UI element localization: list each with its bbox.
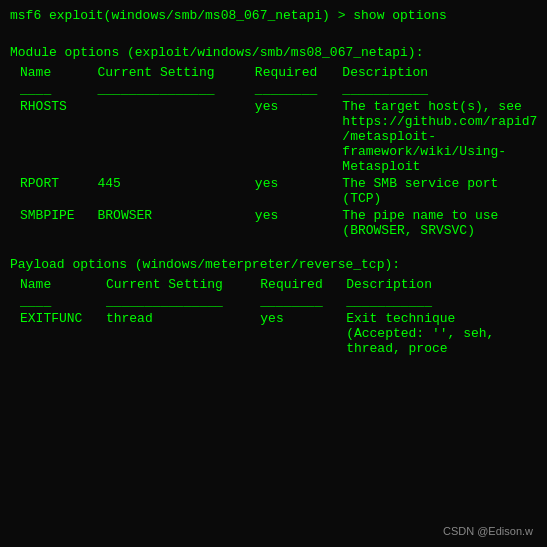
module-table-separator: ____ _______________ ________ __________…: [20, 81, 547, 98]
watermark: CSDN @Edison.w: [443, 525, 533, 537]
module-table-header: Name Current Setting Required Descriptio…: [20, 64, 547, 81]
terminal: msf6 exploit(windows/smb/ms08_067_netapi…: [10, 8, 537, 539]
module-options-table: Name Current Setting Required Descriptio…: [20, 64, 547, 239]
module-row-current: [98, 98, 255, 175]
pcol-name-header: Name: [20, 276, 106, 293]
payload-section-title: Payload options (windows/meterpreter/rev…: [10, 257, 537, 272]
sep-desc: ___________: [342, 81, 547, 98]
module-table-row: RHOSTSyesThe target host(s), see https:/…: [20, 98, 547, 175]
payload-row-current: thread: [106, 310, 260, 357]
payload-row-name: EXITFUNC: [20, 310, 106, 357]
module-section-title: Module options (exploit/windows/smb/ms08…: [10, 45, 537, 60]
module-table-row: SMBPIPEBROWSERyesThe pipe name to use (B…: [20, 207, 547, 239]
module-row-name: RPORT: [20, 175, 98, 207]
module-row-current: BROWSER: [98, 207, 255, 239]
pcol-desc-header: Description: [346, 276, 547, 293]
col-setting-header: Current Setting: [98, 64, 255, 81]
col-name-header: Name: [20, 64, 98, 81]
payload-table-row: EXITFUNCthreadyesExit technique (Accepte…: [20, 310, 547, 357]
module-row-required: yes: [255, 98, 343, 175]
col-desc-header: Description: [342, 64, 547, 81]
payload-options-table: Name Current Setting Required Descriptio…: [20, 276, 547, 357]
psep-setting: _______________: [106, 293, 260, 310]
psep-name: ____: [20, 293, 106, 310]
col-required-header: Required: [255, 64, 343, 81]
payload-row-required: yes: [260, 310, 346, 357]
sep-setting: _______________: [98, 81, 255, 98]
prompt-line: msf6 exploit(windows/smb/ms08_067_netapi…: [10, 8, 537, 23]
module-row-description: The target host(s), see https://github.c…: [342, 98, 547, 175]
payload-table-header: Name Current Setting Required Descriptio…: [20, 276, 547, 293]
psep-desc: ___________: [346, 293, 547, 310]
module-row-description: The pipe name to use (BROWSER, SRVSVC): [342, 207, 547, 239]
module-row-required: yes: [255, 207, 343, 239]
msf-prompt: msf6 exploit(windows/smb/ms08_067_netapi…: [10, 8, 447, 23]
pcol-setting-header: Current Setting: [106, 276, 260, 293]
psep-required: ________: [260, 293, 346, 310]
module-row-current: 445: [98, 175, 255, 207]
module-row-name: SMBPIPE: [20, 207, 98, 239]
sep-name: ____: [20, 81, 98, 98]
payload-table-separator: ____ _______________ ________ __________…: [20, 293, 547, 310]
module-table-row: RPORT445yesThe SMB service port (TCP): [20, 175, 547, 207]
module-row-required: yes: [255, 175, 343, 207]
payload-row-description: Exit technique (Accepted: '', seh, threa…: [346, 310, 547, 357]
module-row-description: The SMB service port (TCP): [342, 175, 547, 207]
module-row-name: RHOSTS: [20, 98, 98, 175]
pcol-required-header: Required: [260, 276, 346, 293]
sep-required: ________: [255, 81, 343, 98]
